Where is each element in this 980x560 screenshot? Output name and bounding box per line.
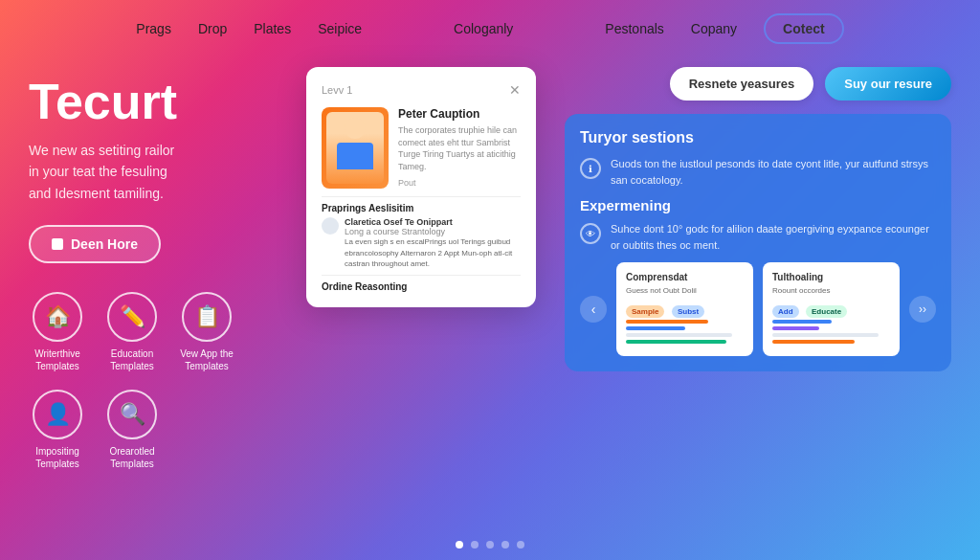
card-divider-2 [322, 275, 521, 276]
right-panel: Resnete yeasures Suy our resure Turyor s… [565, 57, 951, 560]
hero-cta-button[interactable]: Deen Hore [29, 225, 161, 263]
nav-link-copany[interactable]: Copany [691, 21, 737, 36]
reviewer-avatar [322, 217, 339, 235]
card-bottom-title: Ordine Reasonting [322, 281, 521, 292]
tag-add: Add [772, 305, 799, 318]
resnete-button[interactable]: Resnete yeasures [670, 67, 814, 101]
person-body [337, 143, 373, 169]
mini-card-1-title: Comprensdat [626, 272, 744, 282]
center-card-area: Levv 1 ✕ Peter Cauption The corporates t… [297, 57, 546, 560]
hero-subtitle: We new as setiting railor in your teat t… [29, 140, 278, 204]
bar-3 [626, 333, 732, 337]
dot-5[interactable] [517, 541, 524, 549]
card-review-item: Claretica Osef Te Onippart Long a course… [322, 217, 521, 269]
reviewer-name: Claretica Osef Te Onippart [345, 217, 521, 227]
template-label-impositing: Impositing Templates [29, 445, 86, 470]
suy-button[interactable]: Suy our resure [825, 67, 951, 101]
card-photo [322, 107, 389, 189]
template-item-impositing[interactable]: 👤 Impositing Templates [29, 390, 86, 470]
info-card: Turyor sestions ℹ Guods ton the iustloul… [565, 114, 951, 371]
template-item-writerthive[interactable]: 🏠 Writerthive Templates [29, 292, 86, 372]
info-icon-2: 👁 [580, 223, 601, 244]
hero-title: Tecurt [29, 77, 278, 126]
tag-subst: Subst [672, 305, 704, 318]
navigation: Prags Drop Plates Seipice Cologanly Pest… [0, 0, 980, 57]
nav-link-cologanly[interactable]: Cologanly [454, 21, 513, 36]
reviewer-sub: Long a course Strantology [345, 227, 521, 236]
mini-card-1: Comprensdat Guess not Oubt Dolil Sample … [616, 262, 753, 356]
template-item-orearotled[interactable]: 🔍 Orearotled Templates [103, 390, 161, 470]
bar-7 [772, 333, 879, 337]
bar-8 [772, 340, 855, 344]
person-silhouette [326, 112, 384, 184]
mini-card-2: Tulthoaling Roount occordes Add Educate [763, 262, 900, 356]
card-section-title: Praprings Aeslisitim [322, 203, 521, 213]
dots-indicator [456, 541, 524, 549]
home-icon: 🏠 [33, 292, 82, 342]
mini-card-2-sub: Roount occordes [772, 286, 890, 295]
nav-link-plates[interactable]: Plates [254, 21, 291, 36]
bar-5 [772, 320, 832, 324]
dot-3[interactable] [486, 541, 494, 549]
hero-section: Tecurt We new as setiting railor in your… [29, 57, 278, 560]
pencil-icon: ✏️ [107, 292, 157, 342]
dot-4[interactable] [501, 541, 509, 549]
hero-btn-icon [52, 238, 63, 250]
info-item-1: ℹ Guods ton the iustloul pesonds ito dat… [580, 156, 936, 188]
template-label-writerthive: Writerthive Templates [29, 347, 86, 372]
template-label-education: Education Templates [103, 347, 161, 372]
templates-row: 🏠 Writerthive Templates ✏️ Education Tem… [29, 292, 278, 470]
card-divider [322, 196, 521, 197]
dot-2[interactable] [471, 541, 479, 549]
card-description: The corporates truphie hile can comect a… [398, 124, 521, 172]
template-label-vewapp: Vew App the Templates [178, 347, 235, 372]
nav-cta-button[interactable]: Cotect [764, 13, 844, 44]
card-level: Levv 1 [322, 84, 352, 96]
card-body: Peter Cauption The corporates truphie hi… [322, 107, 521, 190]
bar-4 [626, 340, 726, 344]
mini-card-2-title: Tulthoaling [772, 272, 890, 282]
review-text: La even sigh s en escalPrings uol Tering… [345, 236, 521, 269]
dot-1[interactable] [456, 541, 463, 549]
template-label-orearotled: Orearotled Templates [103, 445, 161, 470]
close-icon[interactable]: ✕ [509, 82, 521, 98]
bar-1 [626, 320, 708, 324]
card-info: Peter Cauption The corporates truphie hi… [398, 107, 521, 190]
action-buttons: Resnete yeasures Suy our resure [565, 67, 951, 101]
template-item-vewapp[interactable]: 📋 Vew App the Templates [178, 292, 235, 372]
info-item-2: 👁 Suhce dont 10° godc for alilion daate … [580, 221, 936, 253]
tag-sample: Sample [626, 305, 664, 318]
nav-link-prags[interactable]: Prags [136, 21, 171, 36]
info-section-2-title: Expermening [580, 197, 936, 213]
nav-link-drop[interactable]: Drop [198, 21, 227, 36]
bar-2 [626, 326, 685, 330]
profile-card: Levv 1 ✕ Peter Cauption The corporates t… [306, 67, 536, 307]
search-icon: 🔍 [107, 390, 157, 439]
template-item-education[interactable]: ✏️ Education Templates [103, 292, 161, 372]
person-icon: 👤 [33, 390, 82, 439]
mini-card-1-sub: Guess not Oubt Dolil [626, 286, 744, 295]
tag-educate: Educate [806, 305, 847, 318]
clipboard-icon: 📋 [182, 292, 232, 342]
nav-link-seipice[interactable]: Seipice [318, 21, 362, 36]
card-header: Levv 1 ✕ [322, 82, 521, 98]
card-name: Peter Cauption [398, 107, 521, 121]
bar-6 [772, 326, 819, 330]
info-text-2: Suhce dont 10° godc for alilion daate go… [611, 221, 936, 253]
review-content: Claretica Osef Te Onippart Long a course… [345, 217, 521, 269]
main-layout: Tecurt We new as setiting railor in your… [0, 57, 980, 560]
card-field-label: Pout [398, 178, 521, 188]
person-head [345, 118, 366, 139]
right-arrow-button[interactable]: ›› [909, 296, 936, 323]
left-arrow-button[interactable]: ‹ [580, 296, 607, 323]
info-icon-1: ℹ [580, 158, 601, 179]
mini-cards-row: ‹ Comprensdat Guess not Oubt Dolil Sampl… [580, 262, 936, 356]
info-card-title: Turyor sestions [580, 129, 936, 146]
nav-link-pestonals[interactable]: Pestonals [605, 21, 663, 36]
nav-links: Prags Drop Plates Seipice Cologanly Pest… [136, 13, 843, 44]
info-text-1: Guods ton the iustloul pesonds ito date … [611, 156, 936, 188]
